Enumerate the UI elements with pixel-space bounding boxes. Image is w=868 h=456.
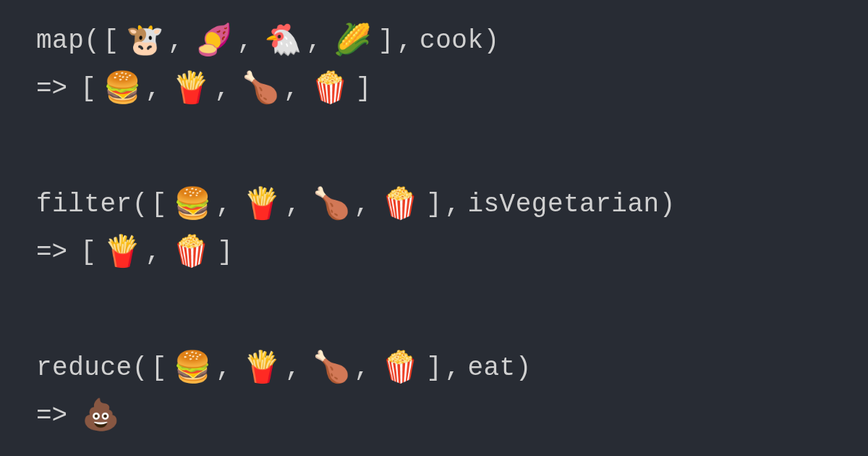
filter-function-name: filter — [36, 190, 132, 219]
open-bracket: [ — [77, 237, 99, 267]
reduce-result-line: => 💩 — [36, 397, 832, 434]
comma: , — [354, 353, 378, 383]
popcorn-icon: 🍿 — [377, 185, 423, 223]
map-callback-name: cook — [420, 26, 483, 56]
corn-icon: 🌽 — [329, 22, 375, 59]
open-bracket: [ — [148, 353, 170, 383]
cow-icon: 🐮 — [122, 22, 168, 59]
poop-icon: 💩 — [77, 397, 124, 434]
fries-icon: 🍟 — [239, 349, 285, 387]
close-paren: ) — [516, 353, 532, 383]
fries-icon: 🍟 — [239, 185, 285, 223]
open-bracket: [ — [77, 74, 99, 104]
chicken-icon: 🐔 — [260, 22, 306, 59]
comma: , — [145, 74, 169, 104]
arrow-icon: => — [36, 237, 67, 267]
reduce-example: reduce ( [ 🍔 , 🍟 , 🍗 , 🍿 ] , eat ) => 💩 — [36, 349, 832, 434]
comma: , — [284, 74, 307, 104]
close-bracket: ] — [375, 26, 397, 56]
close-bracket: ] — [423, 353, 445, 383]
comma: , — [396, 26, 420, 56]
comma: , — [214, 74, 237, 104]
close-paren: ) — [484, 26, 500, 56]
burger-icon: 🍔 — [169, 185, 216, 223]
fries-icon: 🍟 — [99, 233, 145, 271]
comma: , — [216, 353, 239, 383]
filter-callback-name: isVegetarian — [467, 190, 659, 219]
reduce-function-name: reduce — [36, 353, 132, 383]
open-bracket: [ — [148, 190, 170, 219]
open-bracket: [ — [100, 26, 122, 56]
burger-icon: 🍔 — [169, 349, 216, 387]
comma: , — [285, 353, 308, 383]
popcorn-icon: 🍿 — [377, 349, 423, 387]
comma: , — [445, 190, 468, 219]
drumstick-icon: 🍗 — [237, 69, 284, 107]
burger-icon: 🍔 — [99, 69, 145, 107]
open-paren: ( — [132, 190, 148, 219]
reduce-call-line: reduce ( [ 🍔 , 🍟 , 🍗 , 🍿 ] , eat ) — [36, 349, 832, 387]
filter-example: filter ( [ 🍔 , 🍟 , 🍗 , 🍿 ] , isVegetaria… — [36, 185, 832, 271]
comma: , — [145, 237, 169, 267]
close-bracket: ] — [353, 74, 375, 104]
arrow-icon: => — [36, 74, 67, 104]
close-bracket: ] — [423, 190, 445, 219]
arrow-icon: => — [36, 401, 67, 431]
comma: , — [216, 190, 239, 219]
drumstick-icon: 🍗 — [308, 349, 354, 387]
open-paren: ( — [84, 26, 100, 56]
map-example: map ( [ 🐮 , 🍠 , 🐔 , 🌽 ] , cook ) => [ 🍔 … — [36, 22, 832, 107]
reduce-callback-name: eat — [467, 353, 515, 383]
map-result-line: => [ 🍔 , 🍟 , 🍗 , 🍿 ] — [36, 69, 832, 107]
fries-icon: 🍟 — [168, 69, 214, 107]
comma: , — [168, 26, 191, 56]
close-paren: ) — [660, 190, 676, 219]
map-function-name: map — [36, 26, 84, 56]
filter-call-line: filter ( [ 🍔 , 🍟 , 🍗 , 🍿 ] , isVegetaria… — [36, 185, 832, 223]
comma: , — [354, 190, 378, 219]
popcorn-icon: 🍿 — [168, 233, 214, 271]
comma: , — [237, 26, 260, 56]
sweet-potato-icon: 🍠 — [191, 22, 237, 59]
comma: , — [445, 353, 468, 383]
popcorn-icon: 🍿 — [307, 69, 353, 107]
close-bracket: ] — [214, 237, 236, 267]
map-call-line: map ( [ 🐮 , 🍠 , 🐔 , 🌽 ] , cook ) — [36, 22, 832, 59]
open-paren: ( — [132, 353, 148, 383]
comma: , — [306, 26, 329, 56]
comma: , — [285, 190, 308, 219]
filter-result-line: => [ 🍟 , 🍿 ] — [36, 233, 832, 271]
drumstick-icon: 🍗 — [308, 185, 354, 223]
